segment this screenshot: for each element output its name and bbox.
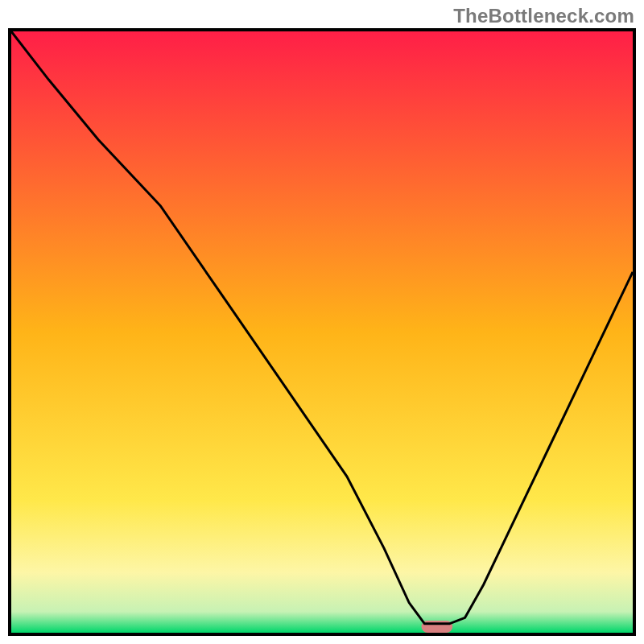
chart-background xyxy=(11,31,633,633)
bottleneck-chart xyxy=(11,31,633,633)
watermark-text: TheBottleneck.com xyxy=(453,5,634,27)
chart-frame xyxy=(8,28,636,636)
